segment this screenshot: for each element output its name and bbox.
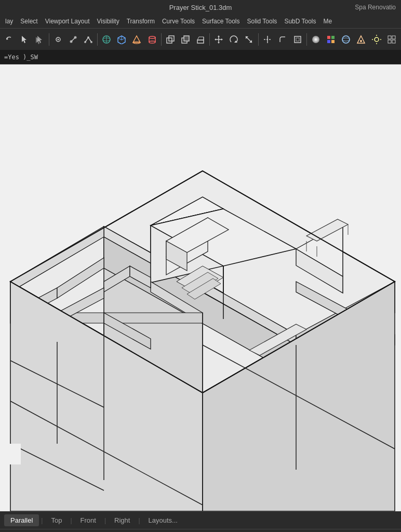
status-bar: 677 | z 0 | Millimeters | 3D Layer | Gri… bbox=[0, 529, 401, 532]
svg-rect-48 bbox=[331, 36, 335, 39]
toolbar-separator-4 bbox=[209, 33, 210, 46]
tool-offset[interactable] bbox=[290, 32, 305, 47]
svg-rect-25 bbox=[167, 38, 172, 43]
toolbar-separator-1 bbox=[49, 33, 49, 46]
svg-rect-61 bbox=[392, 36, 395, 39]
tool-texture[interactable] bbox=[354, 32, 368, 47]
toolbar-separator-2 bbox=[97, 33, 98, 46]
tab-right[interactable]: Right bbox=[108, 514, 136, 526]
tool-environment[interactable] bbox=[339, 32, 353, 47]
svg-marker-37 bbox=[221, 38, 223, 41]
svg-rect-49 bbox=[327, 40, 330, 43]
toolbar bbox=[0, 28, 401, 50]
svg-rect-63 bbox=[392, 40, 395, 43]
tool-material[interactable] bbox=[309, 32, 323, 47]
menu-transform[interactable]: Transform bbox=[124, 17, 158, 26]
tool-point[interactable] bbox=[50, 32, 65, 47]
svg-rect-62 bbox=[388, 40, 391, 43]
svg-point-52 bbox=[342, 38, 350, 41]
menu-viewport-layout[interactable]: Viewport Layout bbox=[42, 17, 93, 26]
menu-lay[interactable]: lay bbox=[2, 17, 16, 26]
tool-select-window[interactable] bbox=[32, 32, 47, 47]
tool-rotate[interactable] bbox=[226, 32, 241, 47]
floor-plan bbox=[0, 64, 401, 511]
svg-point-21 bbox=[149, 36, 155, 38]
tool-trim[interactable] bbox=[260, 32, 274, 47]
tool-box[interactable] bbox=[114, 32, 129, 47]
svg-point-55 bbox=[375, 37, 379, 42]
tool-scale[interactable] bbox=[242, 32, 256, 47]
svg-marker-36 bbox=[215, 38, 216, 41]
tool-boolean-union[interactable] bbox=[163, 32, 178, 47]
svg-point-54 bbox=[360, 40, 362, 42]
toolbar-separator-3 bbox=[161, 33, 162, 46]
tool-undo[interactable] bbox=[2, 32, 17, 47]
svg-point-5 bbox=[57, 38, 59, 40]
svg-marker-1 bbox=[22, 36, 26, 43]
svg-rect-44 bbox=[295, 36, 301, 43]
tool-cone[interactable] bbox=[129, 32, 144, 47]
tool-extrude[interactable] bbox=[193, 32, 208, 47]
menu-surface-tools[interactable]: Surface Tools bbox=[199, 17, 243, 26]
viewport[interactable] bbox=[0, 64, 401, 511]
tool-cylinder[interactable] bbox=[144, 32, 159, 47]
menu-subd-tools[interactable]: SubD Tools bbox=[281, 17, 319, 26]
viewport-tabs: Parallel | Top | Front | Right | Layouts… bbox=[0, 511, 401, 529]
tool-polyline[interactable] bbox=[81, 32, 96, 47]
menu-bar: lay Select Viewport Layout Visibility Tr… bbox=[0, 15, 401, 28]
tool-line[interactable] bbox=[66, 32, 81, 47]
svg-marker-35 bbox=[218, 42, 220, 44]
svg-rect-26 bbox=[169, 36, 174, 41]
menu-curve-tools[interactable]: Curve Tools bbox=[159, 17, 198, 26]
tool-pointer[interactable] bbox=[17, 32, 32, 47]
svg-marker-34 bbox=[218, 35, 220, 37]
tool-move[interactable] bbox=[211, 32, 226, 47]
svg-rect-28 bbox=[184, 36, 189, 41]
svg-rect-182 bbox=[0, 444, 21, 464]
command-area: =Yes )_SW bbox=[0, 50, 401, 64]
tool-fillet[interactable] bbox=[275, 32, 290, 47]
svg-marker-30 bbox=[197, 37, 204, 40]
svg-line-18 bbox=[122, 38, 125, 40]
tool-grid[interactable] bbox=[384, 32, 399, 47]
toolbar-separator-5 bbox=[258, 33, 259, 46]
toolbar-separator-6 bbox=[306, 33, 307, 46]
filename: Prayer Stick_01.3dm bbox=[169, 4, 232, 11]
svg-point-22 bbox=[149, 41, 155, 43]
menu-select[interactable]: Select bbox=[17, 17, 41, 26]
svg-rect-47 bbox=[327, 36, 330, 39]
tab-top[interactable]: Top bbox=[45, 514, 68, 526]
tool-light[interactable] bbox=[369, 32, 384, 47]
tool-color[interactable] bbox=[324, 32, 338, 47]
svg-point-46 bbox=[312, 36, 319, 43]
right-title: Spa Renovatio bbox=[355, 4, 396, 11]
tab-front[interactable]: Front bbox=[74, 514, 102, 526]
menu-more[interactable]: Me bbox=[320, 17, 336, 26]
command-text: =Yes )_SW bbox=[4, 54, 38, 61]
tool-sphere[interactable] bbox=[99, 32, 114, 47]
svg-rect-60 bbox=[388, 36, 391, 39]
svg-point-51 bbox=[342, 36, 350, 43]
svg-rect-29 bbox=[197, 40, 204, 43]
title-bar: Prayer Stick_01.3dm Spa Renovatio bbox=[0, 0, 401, 15]
tab-layouts[interactable]: Layouts... bbox=[142, 514, 184, 526]
svg-line-8 bbox=[71, 37, 75, 42]
svg-line-17 bbox=[118, 38, 122, 40]
svg-rect-50 bbox=[331, 40, 335, 43]
tool-boolean-diff[interactable] bbox=[178, 32, 193, 47]
menu-solid-tools[interactable]: Solid Tools bbox=[244, 17, 280, 26]
tab-parallel[interactable]: Parallel bbox=[4, 514, 39, 526]
svg-rect-45 bbox=[296, 38, 299, 41]
menu-visibility[interactable]: Visibility bbox=[94, 17, 123, 26]
